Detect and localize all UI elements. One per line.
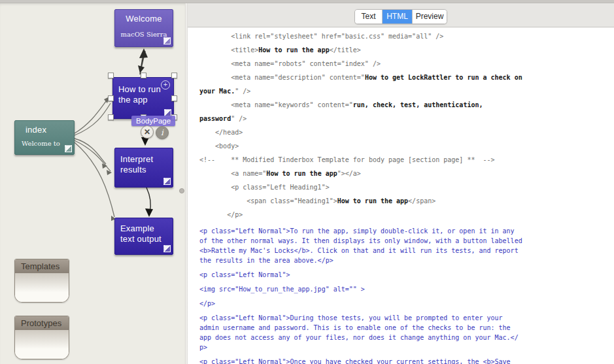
code-block: </p>	[199, 299, 614, 308]
node-title: How to run the app	[118, 84, 168, 105]
code-block: <p class="Left Normal">During those test…	[199, 313, 614, 352]
code-line: p>	[199, 342, 614, 352]
link-break-icon[interactable]: ✕	[141, 125, 154, 139]
note-text-indicator-icon	[163, 37, 171, 44]
code-line: <meta name="keywords" content="run, chec…	[199, 98, 614, 112]
code-line: <a name="How to run the app"></a>	[199, 167, 614, 180]
code-line: your Mac." />	[199, 84, 614, 98]
code-line: the results in the area above.</p>	[199, 256, 614, 265]
code-line: <p class="Left Normal">During those test…	[199, 313, 614, 323]
map-view[interactable]: Welcome macOS Sierra How to run the app …	[0, 3, 185, 364]
selection-handle[interactable]	[108, 114, 114, 120]
node-subtitle: Welcome to	[22, 139, 69, 149]
code-line: <title>How to run the app</title>	[199, 43, 614, 57]
code-line: <b>Rattle my Mac's Locks</b>. Click on t…	[199, 246, 614, 256]
container-title: Templates	[15, 259, 69, 273]
tab-preview[interactable]: Preview	[412, 10, 447, 24]
code-line: app does not access any of your files, n…	[199, 333, 614, 342]
text-pane-header: Text HTML Preview	[188, 3, 614, 27]
code-block: <p class="Left Normal">	[199, 270, 614, 280]
code-line: </p>	[199, 208, 614, 222]
map-container-prototypes[interactable]: Prototypes	[14, 316, 69, 359]
map-node-how-to-run-the-app[interactable]: How to run the app +	[112, 77, 174, 119]
link-info-icon[interactable]: i	[156, 126, 169, 139]
code-block: <p class="Left Normal">To run the app, s…	[199, 226, 614, 265]
selection-handle[interactable]	[141, 73, 146, 78]
code-line: <p class="Left Normal">Once you have che…	[199, 357, 614, 364]
code-line: of the other normal ways. It then displa…	[199, 236, 614, 246]
code-line: </head>	[199, 125, 614, 139]
code-line: <p class="Left Normal">	[199, 270, 614, 280]
map-node-index[interactable]: index Welcome to	[14, 120, 75, 155]
selection-handle[interactable]	[108, 73, 114, 78]
code-line: <p class="Left Normal">To run the app, s…	[199, 226, 614, 236]
map-node-welcome[interactable]: Welcome macOS Sierra	[114, 9, 173, 47]
selection-handle[interactable]	[171, 73, 177, 78]
code-line: <meta name="description" content="How to…	[199, 71, 614, 84]
tab-html[interactable]: HTML	[382, 10, 412, 24]
tab-text[interactable]: Text	[355, 10, 382, 24]
map-node-interpret-results[interactable]: Interpret results	[114, 148, 173, 188]
code-line: <link rel="stylesheet" href="basic.css" …	[199, 29, 614, 43]
node-title: index	[26, 125, 69, 135]
selection-handle[interactable]	[108, 95, 114, 101]
note-text-indicator-icon	[163, 245, 171, 252]
pane-splitter[interactable]	[185, 3, 188, 364]
code-line: <span class="Heading1">How to run the ap…	[199, 194, 614, 208]
create-link-icon[interactable]: +	[161, 80, 170, 90]
code-line: password" />	[199, 112, 614, 125]
node-title: Welcome	[120, 14, 167, 24]
container-body	[15, 273, 69, 303]
code-line: <meta name="robots" content="index" />	[199, 57, 614, 71]
note-text-indicator-icon	[163, 178, 171, 185]
code-line: <body>	[199, 139, 614, 153]
selection-handle[interactable]	[171, 95, 177, 101]
code-line: <p class="Left Heading1">	[199, 180, 614, 194]
code-line: admin username and password. This is to …	[199, 323, 614, 333]
toolbar-bottom-edge	[0, 0, 614, 3]
map-container-templates[interactable]: Templates	[14, 259, 69, 303]
code-line: <img src="How_to_run_the_app.jpg" alt=""…	[199, 284, 614, 294]
code-block: <p class="Left Normal">Once you have che…	[199, 357, 614, 364]
code-line: </p>	[199, 299, 614, 308]
container-title: Prototypes	[15, 316, 69, 330]
map-node-example-text-output[interactable]: Example text output	[114, 218, 173, 255]
note-text-indicator-icon	[65, 145, 72, 152]
view-tabs: Text HTML Preview	[354, 9, 447, 24]
node-title: Interpret results	[120, 154, 167, 175]
node-subtitle: macOS Sierra	[120, 29, 167, 40]
splitter-handle-dot	[179, 188, 184, 193]
html-export-code[interactable]: <link rel="stylesheet" href="basic.css" …	[188, 27, 614, 364]
code-line: <!-- ** Modified Tinderbox Template for …	[199, 153, 614, 167]
link-label-bodypage[interactable]: BodyPage	[131, 116, 175, 126]
container-body	[15, 330, 69, 359]
code-block: <img src="How_to_run_the_app.jpg" alt=""…	[199, 284, 614, 294]
node-title: Example text output	[120, 223, 167, 244]
code-block: <link rel="stylesheet" href="basic.css" …	[199, 29, 614, 222]
